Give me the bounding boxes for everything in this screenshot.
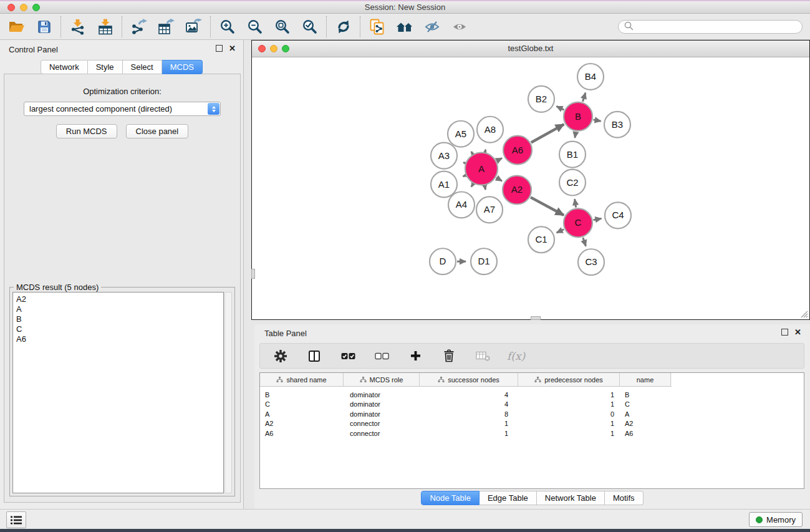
bottom-edge-grip[interactable] <box>531 316 541 320</box>
delete-columns-icon[interactable] <box>440 347 458 365</box>
network-edge[interactable] <box>556 106 564 110</box>
table-cell[interactable]: B <box>620 391 671 399</box>
minimize-window-button[interactable] <box>20 4 27 11</box>
network-window-titlebar[interactable]: testGlobe.txt <box>252 41 809 57</box>
network-canvas[interactable]: B4B2BB3A5A8A6A3B1AA1C2A2A4A7CC4C1C3DD1 <box>252 57 809 319</box>
show-columns-icon[interactable] <box>305 347 324 365</box>
table-cell[interactable]: dominator <box>344 410 420 418</box>
export-image-icon[interactable] <box>185 17 203 36</box>
table-cell[interactable]: dominator <box>344 391 420 399</box>
network-edge[interactable] <box>471 184 473 187</box>
tab-edge-table[interactable]: Edge Table <box>480 491 537 505</box>
first-neighbors-icon[interactable] <box>395 17 414 36</box>
close-panel-button[interactable]: ✕ <box>229 45 236 52</box>
function-builder-icon[interactable]: f(x) <box>507 350 525 362</box>
hide-selected-icon[interactable] <box>423 17 441 36</box>
apply-layout-icon[interactable] <box>334 17 353 36</box>
save-session-icon[interactable] <box>35 17 54 36</box>
import-network-icon[interactable] <box>69 17 87 36</box>
table-cell[interactable]: A2 <box>620 420 671 427</box>
column-header-predecessor-nodes[interactable]: predecessor nodes <box>518 373 620 386</box>
network-edge[interactable] <box>463 162 465 163</box>
unselect-all-columns-icon[interactable] <box>372 347 391 365</box>
mcds-list-scrollbar[interactable] <box>224 292 232 493</box>
zoom-fit-icon[interactable] <box>273 17 292 36</box>
zoom-in-icon[interactable] <box>218 17 237 36</box>
table-cell[interactable]: C <box>260 400 344 408</box>
tab-network[interactable]: Network <box>41 60 88 74</box>
table-row[interactable]: A6connector11A6 <box>260 428 804 438</box>
mcds-result-item[interactable]: A2 <box>16 294 223 304</box>
table-cell[interactable]: B <box>260 391 344 399</box>
add-column-icon[interactable] <box>406 347 425 365</box>
new-network-from-selection-icon[interactable] <box>368 17 387 36</box>
tab-node-table[interactable]: Node Table <box>421 491 480 505</box>
float-table-panel-button[interactable] <box>781 329 788 336</box>
network-edge[interactable] <box>583 93 586 102</box>
table-cell[interactable]: connector <box>344 430 420 437</box>
criterion-dropdown[interactable]: largest connected component (directed) <box>24 102 221 116</box>
network-edge[interactable] <box>471 152 473 153</box>
table-row[interactable]: Bdominator41B <box>260 390 804 400</box>
network-edge[interactable] <box>496 178 502 181</box>
table-cell[interactable]: 4 <box>420 400 518 408</box>
network-edge[interactable] <box>497 158 502 161</box>
network-edge[interactable] <box>583 238 586 246</box>
run-mcds-button[interactable]: Run MCDS <box>56 124 117 138</box>
tab-select[interactable]: Select <box>123 60 162 74</box>
close-mcds-panel-button[interactable]: Close panel <box>126 124 189 138</box>
table-cell[interactable]: 8 <box>420 410 518 418</box>
window-titlebar[interactable]: Session: New Session <box>0 1 810 14</box>
table-cell[interactable]: C <box>620 400 671 408</box>
mcds-result-item[interactable]: C <box>16 324 223 334</box>
tab-network-table[interactable]: Network Table <box>537 491 605 505</box>
import-table-icon[interactable] <box>96 17 115 36</box>
float-panel-button[interactable] <box>216 45 223 52</box>
table-cell[interactable]: A6 <box>620 430 671 437</box>
network-edge[interactable] <box>485 186 485 190</box>
network-edge[interactable] <box>575 199 576 207</box>
close-table-panel-button[interactable]: ✕ <box>794 329 801 336</box>
zoom-out-icon[interactable] <box>246 17 264 36</box>
minimize-network-window-button[interactable] <box>270 45 277 52</box>
table-cell[interactable]: 1 <box>420 430 518 437</box>
left-edge-grip[interactable] <box>251 269 255 279</box>
table-cell[interactable]: A6 <box>260 430 344 437</box>
table-cell[interactable]: 1 <box>518 430 620 437</box>
table-cell[interactable]: A2 <box>260 420 344 427</box>
mcds-result-item[interactable]: A <box>16 304 223 314</box>
mcds-result-item[interactable]: B <box>16 314 223 324</box>
network-edge[interactable] <box>594 218 602 220</box>
column-header-successor-nodes[interactable]: successor nodes <box>420 373 518 386</box>
zoom-network-window-button[interactable] <box>282 45 289 52</box>
export-network-icon[interactable] <box>130 17 148 36</box>
table-cell[interactable]: 4 <box>420 391 518 399</box>
table-cell[interactable]: connector <box>344 420 420 427</box>
network-edge[interactable] <box>531 124 564 142</box>
search-box[interactable] <box>618 20 803 34</box>
task-history-button[interactable] <box>6 511 26 528</box>
network-edge[interactable] <box>575 132 576 138</box>
network-edge[interactable] <box>594 120 601 121</box>
table-cell[interactable]: 1 <box>518 420 620 427</box>
close-window-button[interactable] <box>7 4 15 11</box>
show-all-icon[interactable] <box>450 17 469 36</box>
network-edge[interactable] <box>531 197 564 215</box>
network-edge[interactable] <box>463 175 466 176</box>
delete-table-icon[interactable] <box>473 347 492 365</box>
table-row[interactable]: A2connector11A2 <box>260 419 804 429</box>
network-edge[interactable] <box>485 150 486 152</box>
table-cell[interactable]: 1 <box>518 391 620 399</box>
table-cell[interactable]: A <box>620 410 671 418</box>
table-cell[interactable]: A <box>260 410 344 418</box>
search-input[interactable] <box>637 22 796 32</box>
select-all-columns-icon[interactable] <box>339 347 357 365</box>
zoom-selected-icon[interactable] <box>301 17 319 36</box>
tab-style[interactable]: Style <box>88 60 123 74</box>
tab-mcds[interactable]: MCDS <box>162 60 203 74</box>
table-cell[interactable]: dominator <box>344 400 420 408</box>
table-options-gear-icon[interactable] <box>271 347 290 365</box>
table-row[interactable]: Adominator80A <box>260 409 804 419</box>
tab-motifs[interactable]: Motifs <box>605 491 644 505</box>
table-row[interactable]: Cdominator41C <box>260 400 804 410</box>
